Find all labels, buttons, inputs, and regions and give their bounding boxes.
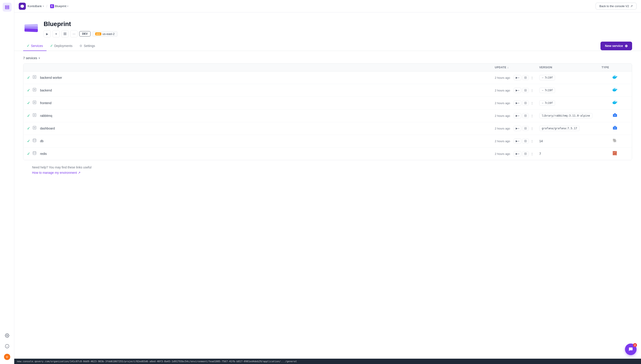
service-name[interactable]: frontend	[40, 101, 52, 105]
more-options-row-button[interactable]: ⋮	[530, 113, 534, 118]
svg-text:🐘: 🐘	[612, 138, 617, 143]
update-time: 2 hours ago	[495, 76, 510, 80]
run-button[interactable]: ▶ ▾	[514, 113, 521, 118]
svg-rect-20	[524, 102, 526, 104]
deploy-button[interactable]	[522, 151, 529, 156]
deploy-button[interactable]	[522, 126, 529, 131]
list-view-button[interactable]	[62, 30, 68, 38]
env-tag: DEV	[79, 31, 90, 36]
status-icon: ✓	[27, 151, 30, 156]
service-name-cell: ✓ rabbitmq	[27, 113, 495, 118]
update-cell: 2 hours ago ▶ ▾ ⋮	[495, 126, 539, 131]
svg-rect-11	[65, 34, 66, 35]
service-name[interactable]: dashboard	[40, 126, 55, 130]
update-time: 2 hours ago	[495, 89, 510, 92]
play-dropdown-button[interactable]: ▾	[52, 30, 60, 38]
table-row: ✓ dashboard 2 hours ago ▶ ▾ ⋮ grafana/gr…	[23, 122, 632, 135]
more-options-row-button[interactable]: ⋮	[530, 151, 534, 156]
version-badge: grafana/grafana:7.5.17	[539, 126, 580, 131]
service-type-badge	[612, 112, 618, 119]
service-name[interactable]: db	[40, 139, 44, 143]
project-header: Blueprint ▶ ▾ ⋯ DEV aws us-east-2	[14, 12, 641, 38]
service-name[interactable]: redis	[40, 152, 47, 156]
run-button[interactable]: ▶ ▾	[514, 100, 521, 106]
tab-services-label: Services	[31, 44, 43, 48]
env-breadcrumb[interactable]: E Blueprint ▾	[50, 4, 68, 8]
sidebar: U	[0, 0, 14, 364]
project-info: Blueprint ▶ ▾ ⋯ DEV aws us-east-2	[44, 20, 118, 38]
service-name-cell: ✓ backend worker	[27, 75, 495, 80]
env-badge: E	[50, 4, 54, 8]
sidebar-item-settings[interactable]	[3, 331, 12, 340]
more-options-row-button[interactable]: ⋮	[530, 126, 534, 131]
type-cell: 🐘	[602, 138, 628, 144]
service-name[interactable]: rabbitmq	[40, 114, 52, 118]
back-to-console-button[interactable]: Back to the console V2 ↗	[596, 3, 636, 10]
more-options-row-button[interactable]: ⋮	[530, 75, 534, 80]
svg-point-36	[33, 152, 36, 153]
more-options-button[interactable]: ⋯	[70, 30, 78, 38]
svg-point-33	[33, 139, 36, 140]
layer-3	[24, 28, 38, 32]
service-name-cell: ✓ dashboard	[27, 126, 495, 131]
header-update: Update ↓	[495, 66, 539, 69]
status-url: new.console.qovery.com/organization/141c…	[17, 360, 297, 363]
sidebar-item-info[interactable]	[3, 342, 12, 351]
tab-services[interactable]: ✓ Services	[23, 41, 46, 51]
new-service-button[interactable]: New service ⊕	[600, 42, 632, 50]
deploy-button[interactable]	[522, 75, 529, 80]
services-content: 7 services ▾ Update ↓ Version	[14, 51, 641, 185]
status-icon: ✓	[27, 88, 30, 93]
more-options-row-button[interactable]: ⋮	[530, 100, 534, 106]
sidebar-item-user[interactable]: U	[3, 352, 12, 361]
run-button[interactable]: ▶ ▾	[514, 88, 521, 93]
action-buttons: ▶ ▾ ⋮	[514, 126, 534, 131]
run-button[interactable]: ▶ ▾	[514, 126, 521, 131]
service-name-cell: ✓ db	[27, 138, 495, 144]
service-type-badge	[612, 125, 618, 132]
service-name[interactable]: backend worker	[40, 76, 62, 80]
content-area: Blueprint ▶ ▾ ⋯ DEV aws us-east-2	[14, 12, 641, 359]
deploy-button[interactable]	[522, 138, 529, 144]
svg-point-13	[34, 76, 35, 78]
svg-rect-18	[33, 101, 36, 104]
table-row: ✓ db 2 hours ago ▶ ▾ ⋮ 14 🐘	[23, 135, 632, 148]
more-options-row-button[interactable]: ⋮	[530, 88, 534, 93]
svg-point-22	[34, 114, 35, 116]
run-button[interactable]: ▶ ▾	[514, 151, 521, 156]
tab-deployments[interactable]: ✓ Deployments	[46, 41, 76, 51]
run-button[interactable]: ▶ ▾	[514, 138, 521, 144]
project-title-row: Blueprint ▶ ▾ ⋯ DEV aws us-east-2	[23, 20, 632, 38]
help-link[interactable]: How to manage my environment ↗	[32, 171, 623, 174]
svg-rect-2	[5, 8, 9, 9]
version-cell: ⇝7c19f	[539, 75, 602, 80]
deploy-button[interactable]	[522, 88, 529, 93]
services-count[interactable]: 7 services ▾	[23, 56, 40, 60]
svg-rect-14	[524, 77, 526, 79]
deploy-button[interactable]	[522, 100, 529, 106]
sidebar-item-services[interactable]	[3, 3, 12, 12]
play-button[interactable]: ▶	[44, 30, 51, 38]
tab-settings[interactable]: ⚙ Settings	[76, 42, 98, 51]
service-name[interactable]: backend	[40, 88, 52, 92]
count-chevron-icon: ▾	[38, 56, 40, 60]
action-buttons: ▶ ▾ ⋮	[514, 151, 534, 156]
type-cell	[602, 74, 628, 81]
deploy-button[interactable]	[522, 113, 529, 118]
version-cell: grafana/grafana:7.5.17	[539, 126, 602, 131]
svg-rect-8	[64, 33, 65, 34]
back-btn-label: Back to the console V2	[600, 4, 629, 8]
action-buttons: ▶ ▾ ⋮	[514, 138, 534, 144]
action-buttons: ▶ ▾ ⋮	[514, 88, 534, 93]
svg-point-28	[34, 127, 35, 128]
svg-rect-37	[524, 153, 526, 155]
update-cell: 2 hours ago ▶ ▾ ⋮	[495, 88, 539, 93]
app-logo[interactable]	[19, 3, 26, 10]
run-button[interactable]: ▶ ▾	[514, 75, 521, 80]
settings-gear-icon: ⚙	[80, 44, 82, 48]
update-time: 2 hours ago	[495, 102, 510, 105]
chat-button[interactable]: 2	[625, 344, 636, 355]
more-options-row-button[interactable]: ⋮	[530, 138, 534, 144]
project-controls: ▶ ▾ ⋯ DEV aws us-east-2	[44, 30, 118, 38]
org-breadcrumb[interactable]: KontoBank ▾	[28, 4, 44, 8]
